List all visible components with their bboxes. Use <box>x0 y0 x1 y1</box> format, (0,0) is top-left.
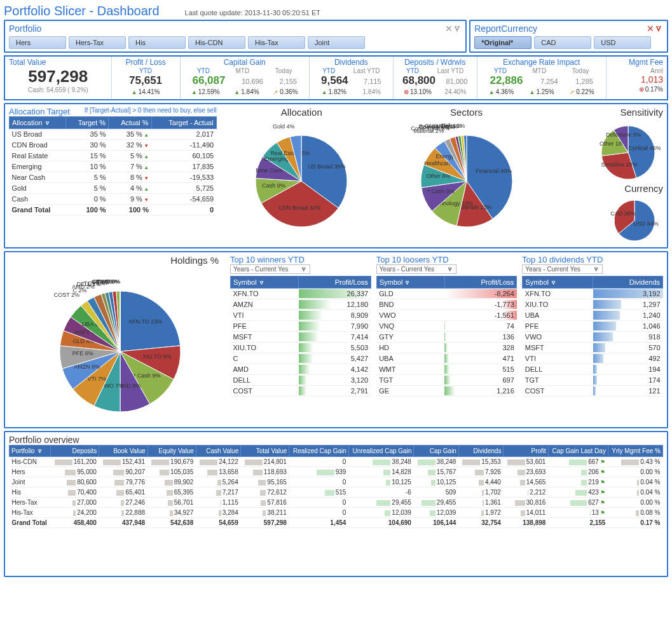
overview-row[interactable]: His-Tax24,20022,88834,9273,28438,211012,… <box>10 508 663 518</box>
svg-text:Utilities 1%: Utilities 1% <box>436 123 465 129</box>
funnel-icon[interactable]: ⛛ <box>301 266 307 273</box>
table-row[interactable]: VTI492 <box>523 353 663 364</box>
slicer-item-hers[interactable]: Hers <box>9 36 66 49</box>
holdings-pie: Holdings % XFN.TO 23%XIU.TO 9%* Cash 9%B… <box>9 255 225 425</box>
slicer-item-cad[interactable]: CAD <box>534 36 591 49</box>
alloc-row[interactable]: Real Estate15 %5 %60,105 <box>10 151 217 161</box>
table-row[interactable]: GLD-8,264 <box>376 289 517 299</box>
filter-years-current[interactable]: Years - Current Yes⛛ <box>230 264 310 274</box>
table-row[interactable]: UBA1,240 <box>523 310 663 321</box>
table-row[interactable]: XFN.TO3,192 <box>523 289 663 299</box>
kpi-mgmt-fee: Mgmt Fee Annl 1,013 0.17% <box>607 57 667 99</box>
page-title: Portfolio Slicer - Dashboard <box>4 4 160 18</box>
svg-text:US Broad 35%: US Broad 35% <box>308 163 346 170</box>
svg-text:WMT 0%: WMT 0% <box>97 278 120 285</box>
svg-text:Gold 4%: Gold 4% <box>273 123 295 130</box>
top10-losers: Top 10 loosers YTD Years - Current Yes⛛ … <box>376 255 518 397</box>
funnel-icon[interactable]: ⛛ <box>593 266 600 273</box>
sectors-pie: Sectors Financial 40%Industrials 13%Tech… <box>387 107 546 238</box>
slicer-item-his-tax[interactable]: His-Tax <box>248 36 305 49</box>
table-row[interactable]: BND-1,773 <box>376 299 517 310</box>
table-row[interactable]: AMD4,142 <box>231 364 371 375</box>
table-row[interactable]: XIU.TO1,297 <box>523 299 663 310</box>
table-row[interactable]: VWO-1,561 <box>376 310 517 321</box>
table-row[interactable]: WMT515 <box>376 364 517 375</box>
table-row[interactable]: TGT697 <box>376 375 517 386</box>
currency-slicer-title: ReportCurrency <box>474 24 537 34</box>
table-row[interactable]: DELL3,120 <box>231 375 371 386</box>
allocation-table[interactable]: AllocationTarget %Actual %Target - Actua… <box>9 116 217 215</box>
svg-text:Cash 9%: Cash 9% <box>262 182 285 189</box>
svg-text:Real Estate 5%: Real Estate 5% <box>270 150 310 156</box>
table-row[interactable]: MSFT7,414 <box>231 332 371 343</box>
holdings-panel: Holdings % XFN.TO 23%XIU.TO 9%* Cash 9%B… <box>4 251 668 428</box>
table-row[interactable]: UBA471 <box>376 353 517 364</box>
slicer-item-his[interactable]: His <box>128 36 186 49</box>
slicer-item-usd[interactable]: USD <box>594 36 651 49</box>
table-row[interactable]: MSFT570 <box>523 343 663 353</box>
table-row[interactable]: PFE7,990 <box>231 321 371 332</box>
table-row[interactable]: DELL194 <box>523 364 663 375</box>
table-row[interactable]: VNQ74 <box>376 321 517 332</box>
overview-table[interactable]: PortfolioDepositsBook ValueEquity ValueC… <box>9 445 663 528</box>
svg-text:VTI 7%: VTI 7% <box>88 376 107 382</box>
svg-text:CAD 36%: CAD 36% <box>610 210 636 217</box>
portfolio-slicer: Portfolio ✕⛛ HersHers-TaxHisHis-CDNHis-T… <box>4 20 467 53</box>
table-row[interactable]: HD328 <box>376 343 517 353</box>
kpi-profit-loss: Profit / Loss YTD 75,651 14.41% <box>112 57 181 99</box>
alloc-row[interactable]: Cash0 %9 %-54,659 <box>10 194 217 205</box>
svg-text:XFN.TO 23%: XFN.TO 23% <box>128 318 162 325</box>
table-row[interactable]: PFE1,046 <box>523 321 663 332</box>
svg-text:Sensitive 28%: Sensitive 28% <box>601 161 638 168</box>
kpi-deposits: Deposits / Wdrwls YTD Last YTD 68,800 81… <box>394 57 477 99</box>
table-row[interactable]: GE1,216 <box>376 386 517 397</box>
slicer-item-his-cdn[interactable]: His-CDN <box>188 36 245 49</box>
header-row: Portfolio Slicer - Dashboard Last quote … <box>4 4 668 18</box>
kpi-exchange: Exchange Rate Impact YTD MTD Today 22,88… <box>477 57 607 99</box>
alloc-row[interactable]: CDN Broad30 %32 %-11,490 <box>10 140 217 151</box>
svg-text:* Cash 9%: * Cash 9% <box>427 188 455 194</box>
table-row[interactable]: COST2,791 <box>231 386 371 397</box>
alloc-row[interactable]: Gold5 %4 %5,725 <box>10 183 217 194</box>
filter-years-current[interactable]: Years - Current Yes⛛ <box>376 264 456 274</box>
table-row[interactable]: C5,427 <box>231 353 371 364</box>
svg-text:USD 64%: USD 64% <box>633 221 659 227</box>
kpi-dividends: Dividends YTD Last YTD 9,564 7,115 1.82%… <box>310 57 394 99</box>
slicer-item-joint[interactable]: Joint <box>308 36 365 49</box>
overview-row[interactable]: Hers95,00090,207105,03513,658118,6939391… <box>10 467 663 477</box>
overview-row[interactable]: His-CDN161,200152,431190,67924,122214,80… <box>10 457 663 467</box>
overview-row[interactable]: Hers-Tax27,00027,24656,7011,11557,816029… <box>10 498 663 508</box>
table-row[interactable]: TGT174 <box>523 375 663 386</box>
overview-row[interactable]: Joint80,60079,77689,9025,26495,165010,12… <box>10 477 663 487</box>
svg-text:AMZN 6%: AMZN 6% <box>74 364 100 370</box>
allocation-panel: Allocation Target If [Target-Actual] > 0… <box>4 103 668 249</box>
table-row[interactable]: VWO918 <box>523 332 663 343</box>
alloc-row[interactable]: Emerging10 %7 %17,835 <box>10 161 217 172</box>
table-row[interactable]: XIU.TO5,503 <box>231 343 371 353</box>
table-row[interactable]: GTY136 <box>376 332 517 343</box>
slicer-item-hers-tax[interactable]: Hers-Tax <box>69 36 126 49</box>
svg-text:Defensive 9%: Defensive 9% <box>606 132 641 138</box>
table-row[interactable]: COST121 <box>523 386 663 397</box>
table-row[interactable]: AMZN12,180 <box>231 299 371 310</box>
allocation-hint: If [Target-Actual] > 0 then need to buy,… <box>85 107 217 116</box>
clear-filter-icon[interactable]: ✕⛛ <box>445 24 462 34</box>
svg-text:* Cash 9%: * Cash 9% <box>134 372 161 379</box>
overview-panel: Portfolio overview PortfolioDepositsBook… <box>4 431 668 577</box>
svg-text:Financial 40%: Financial 40% <box>476 168 512 174</box>
alloc-row[interactable]: Near Cash5 %8 %-19,533 <box>10 172 217 183</box>
filter-years-current[interactable]: Years - Current Yes⛛ <box>522 264 602 274</box>
kpi-capital-gain: Capital Gain YTD MTD Today 66,087 10,696… <box>181 57 310 99</box>
clear-filter-icon[interactable]: ✕⛛ <box>647 24 663 34</box>
overview-row[interactable]: His70,40065,40165,3957,21772,612515-6509… <box>10 487 663 498</box>
slicer-item-original[interactable]: *Original* <box>474 36 531 49</box>
svg-text:XIU.TO 9%: XIU.TO 9% <box>142 353 171 360</box>
table-row[interactable]: XFN.TO26,337 <box>231 289 371 299</box>
last-update: Last quote update: 2013-11-30 05:20:51 E… <box>185 9 320 17</box>
table-row[interactable]: VTI8,909 <box>231 310 371 321</box>
funnel-icon[interactable]: ⛛ <box>447 266 453 273</box>
alloc-row[interactable]: US Broad35 %35 %2,017 <box>10 129 217 140</box>
top10-dividends: Top 10 dividends YTD Years - Current Yes… <box>522 255 663 397</box>
portfolio-slicer-title: Portfolio <box>9 24 41 34</box>
allocation-target-title: Allocation Target <box>9 107 70 116</box>
